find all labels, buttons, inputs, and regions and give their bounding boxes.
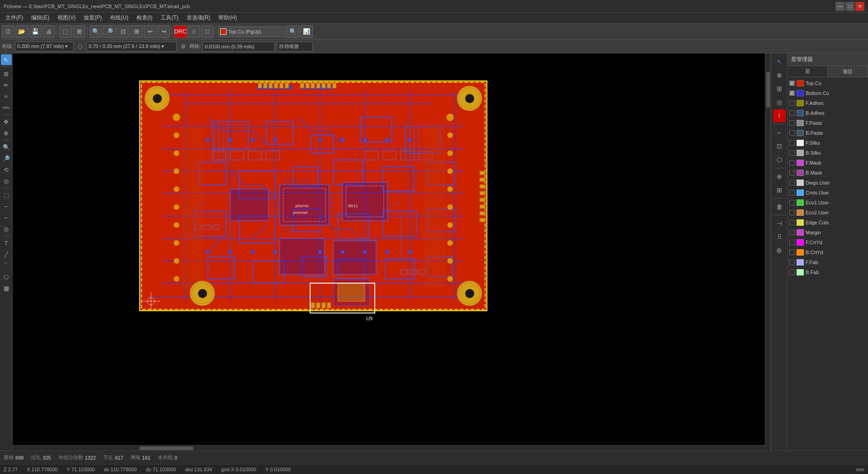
route-track-button[interactable]: ⌐: [1, 201, 12, 212]
route-diff-button[interactable]: ⌐: [1, 212, 12, 223]
layer-item-bottom-cu[interactable]: Bottom.Cu: [788, 88, 868, 98]
layer-checkbox-8[interactable]: [789, 160, 795, 166]
open-button[interactable]: 📂: [15, 25, 28, 38]
layer-checkbox-4[interactable]: [789, 120, 795, 126]
layer-item-edge-cuts[interactable]: Edge.Cuts: [788, 218, 868, 228]
delete-button[interactable]: 🗑: [773, 200, 786, 213]
layer-item-f-silks[interactable]: F.Silks: [788, 138, 868, 148]
layer-checkbox-15[interactable]: [789, 230, 795, 235]
print-button[interactable]: 🖨: [42, 25, 55, 38]
menu-file[interactable]: 文件(F): [2, 13, 27, 23]
render-button[interactable]: □: [201, 25, 214, 38]
design-rules-button[interactable]: ⊞: [73, 25, 85, 38]
layer-checkbox-13[interactable]: [789, 210, 795, 215]
layer-item-f-paste[interactable]: F.Paste: [788, 118, 868, 128]
net-inspector-button[interactable]: 🔍: [287, 25, 299, 38]
layer-item-b-mask[interactable]: B.Mask: [788, 168, 868, 178]
layer-checkbox-17[interactable]: [789, 250, 795, 255]
zoom-fit-button[interactable]: ⊡: [117, 25, 129, 38]
settings-button[interactable]: ⚙: [773, 244, 786, 257]
layer-checkbox-3[interactable]: [789, 110, 795, 116]
component-tool-button[interactable]: ⊕: [1, 128, 12, 138]
layer-item-f-mask[interactable]: F.Mask: [788, 158, 868, 168]
menu-view[interactable]: 视图(V): [54, 13, 79, 23]
select-mode-button[interactable]: ↖: [773, 55, 786, 68]
vscroll-thumb[interactable]: [766, 71, 770, 108]
copper-zone-button[interactable]: ⬡: [773, 153, 786, 166]
layer-item-b-silks[interactable]: B.Silks: [788, 148, 868, 158]
layer-item-b-fab[interactable]: B.Fab: [788, 267, 868, 277]
layer-checkbox-1[interactable]: [789, 90, 795, 96]
layer-item-b-crtyd[interactable]: B.CrtYd: [788, 247, 868, 257]
add-pad-button[interactable]: ⊕: [773, 69, 786, 81]
menu-help[interactable]: 帮助(H): [215, 13, 241, 23]
grid-tool-button[interactable]: ⊞: [1, 68, 12, 79]
close-button[interactable]: ✕: [855, 2, 864, 11]
layer-checkbox-5[interactable]: [789, 130, 795, 136]
measure-tool-button[interactable]: ✏: [1, 80, 12, 90]
layer-item-top-cu[interactable]: Top.Cu: [788, 78, 868, 88]
draw-poly-button[interactable]: ⬡: [1, 271, 12, 282]
edit-fp-button[interactable]: ⊞: [773, 184, 786, 196]
minimize-button[interactable]: —: [835, 2, 844, 11]
menu-inspect[interactable]: 检查(I): [133, 13, 156, 23]
route-button[interactable]: ⌐: [773, 126, 786, 139]
mm-unit-button[interactable]: mm: [1, 102, 12, 113]
menu-place[interactable]: 放置(P): [80, 13, 105, 23]
net-button[interactable]: ⊡: [773, 140, 786, 152]
add-via-button[interactable]: ◎: [1, 223, 12, 234]
grid-selector[interactable]: 0.0100 mm (0.39 mils): [203, 42, 275, 52]
tab-items[interactable]: 项目: [828, 66, 868, 77]
menu-prefs[interactable]: 首选项(R): [183, 13, 214, 23]
via-size-selector[interactable]: 0.70 / 0.35 mm (27.6 / 13.8 mils) ▾: [86, 42, 177, 52]
vertical-scrollbar[interactable]: [765, 53, 770, 450]
canvas-area[interactable]: premix premset 3to11: [13, 53, 770, 450]
layer-checkbox-2[interactable]: [789, 100, 795, 106]
hscroll-thumb[interactable]: [139, 446, 193, 450]
inch-unit-button[interactable]: in: [1, 91, 12, 102]
drc-button[interactable]: DRC: [174, 25, 187, 38]
drc-run-button[interactable]: !: [773, 109, 786, 122]
highlight-net-button[interactable]: ◎: [773, 96, 786, 109]
layer-checkbox-12[interactable]: [789, 200, 795, 205]
layer-item-b-paste[interactable]: B.Paste: [788, 128, 868, 138]
layer-item-f-fab[interactable]: F.Fab: [788, 257, 868, 267]
add-text-button[interactable]: T: [1, 237, 12, 248]
flip-button[interactable]: ⊣: [773, 217, 786, 230]
grid-settings-icon[interactable]: ⚙: [179, 42, 188, 51]
pcb-setup-button[interactable]: ⬚: [59, 25, 72, 38]
menu-tools[interactable]: 工具(T): [157, 13, 182, 23]
layer-checkbox-10[interactable]: [789, 180, 795, 185]
menu-route[interactable]: 布线(U): [106, 13, 132, 23]
layer-item-f-crtyd[interactable]: F.CrtYd: [788, 237, 868, 247]
layer-item-f-adhes[interactable]: F.Adhes: [788, 98, 868, 108]
undo-button[interactable]: ↩: [144, 25, 156, 38]
layer-checkbox-11[interactable]: [789, 190, 795, 195]
redo-button[interactable]: ↪: [157, 25, 170, 38]
layer-selector[interactable]: Top.Cu (PgUp): [218, 26, 286, 37]
layer-checkbox-0[interactable]: [789, 81, 795, 86]
draw-line-button[interactable]: ╱: [1, 249, 12, 260]
inspect-tool-button[interactable]: ⬚: [1, 190, 12, 200]
layer-checkbox-16[interactable]: [789, 240, 795, 245]
zoom-fit2-button[interactable]: ⊞: [130, 25, 143, 38]
draw-arc-button[interactable]: ⌒: [1, 260, 12, 271]
new-button[interactable]: 🗋: [2, 25, 14, 38]
horizontal-scrollbar[interactable]: [13, 445, 765, 450]
layer-checkbox-9[interactable]: [789, 170, 795, 175]
highlight-button[interactable]: ☆: [188, 25, 200, 38]
layer-item-margin[interactable]: Margin: [788, 228, 868, 237]
layer-checkbox-19[interactable]: [789, 270, 795, 275]
zoom-in-button[interactable]: 🔍: [90, 25, 102, 38]
tab-layers[interactable]: 层: [788, 66, 828, 77]
place-fp-button[interactable]: ⊕: [773, 170, 786, 183]
board-stats-button[interactable]: 📊: [300, 25, 313, 38]
fill-zone-button[interactable]: ▦: [1, 283, 12, 294]
zoom-in-tool-button[interactable]: 🔍: [1, 142, 12, 152]
grid-dots-button[interactable]: ⠿: [773, 231, 786, 243]
layer-item-eco2-user[interactable]: Eco2.User: [788, 208, 868, 218]
layer-item-dwgs-user[interactable]: Dwgs.User: [788, 178, 868, 188]
zoom-selector[interactable]: 自动缩放: [277, 42, 313, 52]
maximize-button[interactable]: □: [845, 2, 854, 11]
menu-edit[interactable]: 编辑(E): [28, 13, 53, 23]
